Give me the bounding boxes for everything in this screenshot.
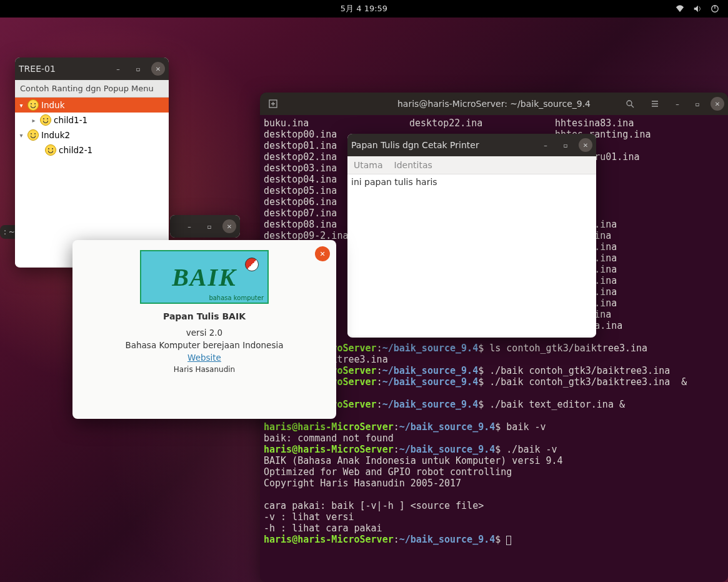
tree-row-child2-1[interactable]: child2-1 [15,143,169,158]
tree-label: child1-1 [54,115,87,125]
search-button[interactable] [621,94,639,113]
tree-window: TREE-01 Contoh Ranting dgn Popup Menu ▾ … [15,58,169,268]
menu-button[interactable] [646,94,664,113]
maximize-button[interactable] [559,138,572,152]
baik-logo: BAIK bahasa komputer [140,250,269,304]
face-icon [27,129,39,141]
close-button[interactable] [151,62,165,76]
volume-icon[interactable] [693,4,702,13]
papan-menubar: Utama Identitas [347,156,596,174]
about-description: Bahasa Komputer berejaan Indonesia [85,340,324,350]
clock-label: 5月 4 19:59 [341,3,387,14]
maximize-button[interactable] [131,62,145,76]
maximize-button[interactable] [691,97,704,111]
svg-point-5 [627,101,632,106]
close-button[interactable] [222,219,236,233]
wifi-icon[interactable] [676,4,684,13]
expand-icon[interactable]: ▸ [30,117,37,124]
tree-label: Induk [41,100,64,110]
close-button[interactable] [711,97,724,111]
close-button[interactable] [579,138,592,152]
svg-line-6 [631,105,634,108]
terminal-title: haris@haris-MicroServer: ~/baik_source_9… [397,99,591,109]
background-window [170,215,240,238]
about-website-link[interactable]: Website [187,353,221,363]
dock-tab-label: : ~ [4,228,15,236]
about-author: Haris Hasanudin [85,365,324,374]
new-tab-button[interactable] [264,94,282,113]
minimize-button[interactable] [671,97,684,111]
about-version: versi 2.0 [85,328,324,338]
expand-icon[interactable]: ▾ [17,132,25,139]
minimize-button[interactable] [182,219,196,233]
tree-label: child2-1 [59,145,92,155]
tree-row-induk2[interactable]: ▾ Induk2 [15,128,169,143]
logo-ball-icon [245,258,259,271]
papan-title: Papan Tulis dgn Cetak Printer [351,140,479,150]
tree-row-induk[interactable]: ▾ Induk [15,98,169,113]
power-icon[interactable] [711,4,719,13]
face-icon [45,144,56,156]
tree-label: Induk2 [41,130,70,140]
tree-title: TREE-01 [19,64,56,74]
face-icon [40,114,51,126]
papan-titlebar[interactable]: Papan Tulis dgn Cetak Printer [347,134,596,156]
tree-titlebar[interactable]: TREE-01 [15,58,169,80]
menu-identitas[interactable]: Identitas [394,160,432,170]
terminal-cursor [506,536,511,545]
tree-row-child1-1[interactable]: ▸ child1-1 [15,113,169,128]
about-dialog: ✕ BAIK bahasa komputer Papan Tulis BAIK … [72,240,336,419]
papan-text-area[interactable]: ini papan tulis haris [347,174,596,336]
tree-column-header: Contoh Ranting dgn Popup Menu [15,80,169,98]
menu-utama[interactable]: Utama [354,160,383,170]
minimize-button[interactable] [111,62,125,76]
minimize-button[interactable] [539,138,552,152]
about-title: Papan Tulis BAIK [85,311,324,321]
background-titlebar[interactable] [170,215,240,238]
terminal-titlebar[interactable]: haris@haris-MicroServer: ~/baik_source_9… [260,93,728,115]
expand-icon[interactable]: ▾ [17,102,25,109]
system-topbar: 5月 4 19:59 [0,0,728,18]
close-button[interactable]: ✕ [315,246,330,261]
papan-tulis-window: Papan Tulis dgn Cetak Printer Utama Iden… [347,134,596,338]
maximize-button[interactable] [202,219,216,233]
logo-subtitle: bahasa komputer [209,294,264,301]
face-icon [27,99,39,111]
logo-text: BAIK [172,263,237,292]
